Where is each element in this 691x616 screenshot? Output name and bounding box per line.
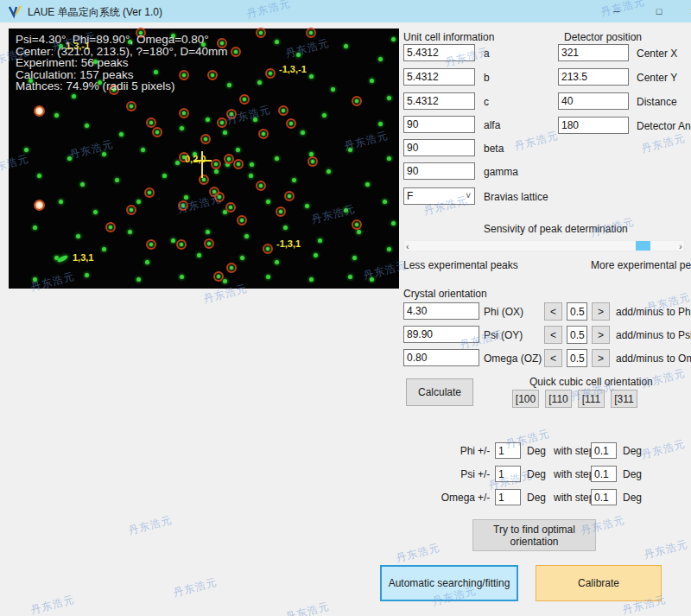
detector-detector-angle-input[interactable] bbox=[558, 117, 629, 134]
title-bar: LAUE 单晶定向系统 (Ver 1.0) ─ □ ✕ bbox=[0, 0, 691, 22]
image-status-line-3: Experiment: 56 peaks bbox=[16, 57, 228, 69]
automatic-search-button[interactable]: Automatic searching/fitting bbox=[380, 565, 518, 601]
peak-dot bbox=[253, 117, 257, 122]
peak-dot bbox=[180, 275, 184, 279]
unit-cell-a-input[interactable] bbox=[403, 44, 475, 61]
psi-minus-button[interactable]: < bbox=[544, 326, 562, 344]
peak-dot bbox=[257, 80, 262, 85]
matched-peak-dot bbox=[226, 263, 237, 273]
quick-110-button[interactable]: [110 bbox=[545, 390, 572, 408]
matched-peak-dot bbox=[199, 175, 209, 185]
peak-dot bbox=[136, 200, 141, 204]
psi-value-input[interactable] bbox=[403, 326, 479, 343]
matched-peak-dot bbox=[256, 28, 266, 38]
unit-cell-a-label: a bbox=[484, 48, 490, 60]
psi-plus-button[interactable]: > bbox=[592, 326, 610, 344]
bravais-lattice-label: Bravias lattice bbox=[484, 191, 548, 203]
image-status-line-5: Mathces: 74.9% (radii 5 pixels) bbox=[16, 80, 228, 92]
omega-plus-button[interactable]: > bbox=[592, 349, 610, 367]
phi-minus-button[interactable]: < bbox=[544, 302, 562, 321]
unit-cell-gamma-input[interactable] bbox=[403, 162, 475, 180]
matched-peak-dot bbox=[126, 101, 136, 111]
phi-value-input[interactable] bbox=[403, 302, 479, 320]
scroll-right-icon[interactable]: › bbox=[679, 241, 682, 251]
quick-311-button[interactable]: [311 bbox=[611, 390, 637, 408]
phi-deg-label: Deg bbox=[527, 445, 546, 457]
psi-deg2-label: Deg bbox=[623, 468, 642, 480]
matched-peak-dot bbox=[179, 108, 189, 118]
peak-dot bbox=[240, 256, 244, 260]
phi-axis-label: Phi (OX) bbox=[484, 306, 523, 318]
peak-dot bbox=[102, 247, 106, 251]
psi-range-label: Psi bbox=[436, 468, 475, 480]
psi-deg-label: Deg bbox=[527, 468, 546, 480]
detector-distance-label: Distance bbox=[637, 96, 677, 108]
omega-stepsize-input[interactable] bbox=[591, 489, 617, 505]
find-optimal-line1: Try to find optimal bbox=[493, 524, 575, 536]
calculate-button[interactable]: Calculate bbox=[406, 378, 473, 406]
peak-dot bbox=[24, 148, 29, 152]
peak-dot bbox=[344, 44, 348, 48]
peak-index-label: -1,3,1 bbox=[276, 238, 301, 249]
sensitivity-title: Sensivity of peak determination bbox=[484, 223, 628, 235]
peak-dot bbox=[72, 94, 76, 98]
omega-minus-button[interactable]: < bbox=[544, 349, 562, 367]
watermark: 丹东浩元 bbox=[513, 129, 561, 155]
psi-step-input[interactable] bbox=[567, 326, 587, 344]
maximize-button[interactable]: □ bbox=[644, 0, 674, 22]
peak-dot bbox=[227, 83, 231, 87]
peak-dot bbox=[244, 234, 249, 238]
detector-center-x-input[interactable] bbox=[558, 44, 629, 61]
quick-111-button[interactable]: [111 bbox=[578, 390, 605, 408]
matched-peak-dot bbox=[278, 105, 288, 116]
close-button[interactable]: ✕ bbox=[679, 0, 691, 22]
unit-cell-beta-input[interactable] bbox=[403, 139, 475, 156]
omega-value-input[interactable] bbox=[403, 349, 479, 366]
detector-center-y-input[interactable] bbox=[558, 68, 629, 86]
scroll-left-icon[interactable]: ‹ bbox=[406, 241, 409, 251]
image-status-text: Psi=4.30°, Phi=89.90°, Omega=0.80°Center… bbox=[16, 34, 228, 92]
minimize-button[interactable]: ─ bbox=[602, 0, 631, 22]
phi-plus-button[interactable]: > bbox=[592, 302, 610, 321]
matched-peak-dot bbox=[178, 200, 188, 211]
diffraction-image[interactable]: Psi=4.30°, Phi=89.90°, Omega=0.80°Center… bbox=[9, 29, 399, 289]
matched-peak-dot bbox=[258, 129, 269, 139]
matched-peak-dot bbox=[231, 47, 241, 57]
peak-dot bbox=[348, 275, 352, 279]
peak-dot bbox=[249, 174, 253, 178]
phi-range-input[interactable] bbox=[495, 442, 521, 459]
peak-dot bbox=[206, 230, 210, 234]
sensitivity-thumb[interactable] bbox=[636, 241, 650, 251]
detector-detector-angle-label: Detector Angle bbox=[637, 120, 691, 132]
matched-peak-dot bbox=[214, 192, 225, 202]
peak-dot bbox=[322, 113, 326, 117]
phi-step-input[interactable] bbox=[567, 302, 587, 321]
omega-range-input[interactable] bbox=[495, 489, 521, 505]
quick-100-button[interactable]: [100 bbox=[512, 390, 539, 408]
peak-dot bbox=[214, 169, 219, 174]
detector-distance-input[interactable] bbox=[558, 92, 629, 110]
omega-step-input[interactable] bbox=[567, 349, 587, 367]
phi-stepsize-input[interactable] bbox=[591, 442, 617, 459]
unit-cell-alfa-input[interactable] bbox=[403, 116, 475, 133]
matched-peak-dot bbox=[204, 238, 214, 249]
watermark: 丹东浩元 bbox=[395, 541, 442, 567]
psi-range-input[interactable] bbox=[495, 466, 521, 482]
unit-cell-b-label: b bbox=[484, 72, 490, 84]
peak-dot bbox=[301, 130, 305, 135]
bravais-lattice-select[interactable]: F ˅ bbox=[403, 187, 475, 205]
matched-peak-dot bbox=[144, 187, 155, 198]
peak-dot bbox=[309, 277, 314, 282]
calibrate-button[interactable]: Calibrate bbox=[536, 565, 662, 601]
omega-addminus-hint: add/minus to Omega bbox=[616, 352, 691, 365]
unit-cell-c-input[interactable] bbox=[403, 92, 475, 110]
matched-peak-dot bbox=[256, 181, 266, 191]
matched-peak-dot bbox=[233, 159, 244, 169]
find-optimal-button[interactable]: Try to find optimal orientation bbox=[472, 519, 596, 551]
quick-orientation-title: Quick cubic cell orientation bbox=[529, 376, 653, 388]
matched-peak-dot bbox=[225, 202, 236, 213]
psi-stepsize-input[interactable] bbox=[591, 466, 617, 482]
peak-dot bbox=[59, 200, 63, 204]
peak-dot bbox=[236, 148, 240, 152]
unit-cell-b-input[interactable] bbox=[403, 68, 475, 86]
